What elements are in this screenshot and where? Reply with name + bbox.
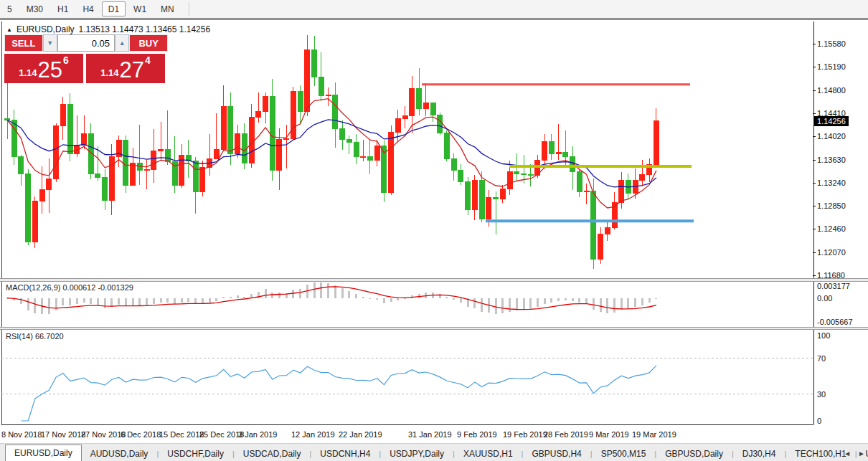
tab-scroll-left-icon[interactable]: ◄: [844, 450, 851, 457]
date-tick-label: 3 Jan 2019: [238, 430, 277, 439]
candle-body: [200, 168, 205, 192]
macd-histogram-bar: [641, 298, 643, 305]
candle-body: [123, 141, 128, 186]
chart-tab-GBPUSD-H4[interactable]: GBPUSD,H4: [523, 446, 590, 461]
chart-tab-AUDUSD-Daily[interactable]: AUDUSD,Daily: [82, 446, 157, 461]
rsi-line: [21, 366, 656, 421]
timeframe-button-W1[interactable]: W1: [127, 1, 153, 16]
buy-price-big: 27: [120, 60, 144, 81]
rsi-tick-label: 70: [817, 354, 826, 363]
candle-body: [151, 151, 156, 170]
price-tick-mark: [813, 183, 816, 184]
candle-body: [591, 191, 596, 259]
candle-body: [361, 156, 366, 157]
chart-window: ▲ EURUSD,Daily 1.13513 1.14473 1.13465 1…: [0, 18, 868, 445]
candle-body: [144, 169, 149, 171]
candle-body: [67, 104, 72, 154]
price-tick-label: 1.15190: [817, 62, 846, 71]
candle-body: [417, 89, 422, 109]
date-tick-label: 31 Jan 2019: [408, 430, 452, 439]
macd-histogram-bar: [299, 289, 301, 298]
chart-tab-EURUSD-Daily[interactable]: EURUSD,Daily: [5, 445, 82, 461]
rsi-tick-label: 100: [817, 331, 830, 340]
volume-input[interactable]: [57, 34, 115, 52]
candle-body: [472, 180, 477, 209]
price-tick-mark: [813, 206, 816, 206]
date-tick-label: 19 Mar 2019: [632, 430, 676, 439]
macd-histogram-bar: [537, 298, 539, 307]
candle-body: [340, 128, 345, 140]
candle-body: [312, 50, 317, 77]
volume-up-button[interactable]: ▲: [115, 34, 129, 52]
macd-rsi-splitter[interactable]: [0, 327, 868, 330]
sell-button[interactable]: SELL: [4, 34, 43, 52]
macd-histogram-bar: [181, 298, 183, 303]
candle-body: [326, 95, 331, 96]
chart-tab-SP500-M15[interactable]: SP500,M15: [593, 446, 655, 461]
candle-body: [193, 161, 198, 192]
tab-scroll-right-icon[interactable]: ►: [858, 450, 865, 457]
candle-body: [249, 117, 254, 163]
chart-tab-USDJPY-Daily[interactable]: USDJPY,Daily: [381, 446, 453, 461]
buy-button[interactable]: BUY: [129, 34, 168, 52]
timeframe-button-MN[interactable]: MN: [154, 1, 181, 16]
timeframe-button-H4[interactable]: H4: [76, 1, 100, 16]
current-price-badge: 1.14256: [814, 116, 849, 126]
macd-histogram-bar: [369, 298, 371, 299]
macd-histogram-bar: [76, 298, 78, 305]
timeframe-button-D1[interactable]: D1: [102, 1, 126, 16]
candle-body: [542, 141, 547, 161]
date-axis: 8 Nov 201817 Nov 201827 Nov 20186 Dec 20…: [0, 427, 868, 444]
chart-tab-USDCAD-Daily[interactable]: USDCAD,Daily: [235, 446, 310, 461]
candle-body: [522, 174, 527, 175]
candle-body: [270, 96, 275, 170]
price-tick-mark: [813, 44, 816, 44]
macd-histogram-bar: [557, 298, 560, 302]
collapse-panel-icon[interactable]: ▲: [6, 27, 12, 33]
macd-histogram-bar: [390, 298, 392, 303]
candle-body: [95, 174, 100, 178]
price-tick-mark: [813, 67, 816, 67]
timeframe-button-5[interactable]: 5: [1, 1, 19, 16]
macd-histogram-bar: [166, 298, 169, 303]
timeframe-button-M30[interactable]: M30: [20, 1, 49, 16]
sell-price-prefix: 1.14: [19, 67, 37, 78]
macd-histogram-bar: [132, 298, 134, 306]
volume-down-button[interactable]: ▼: [43, 34, 57, 52]
price-tick-label: 1.12850: [817, 201, 846, 210]
macd-histogram-bar: [125, 298, 127, 306]
candle-body: [466, 182, 471, 210]
chart-tab-USDCNH-H4[interactable]: USDCNH,H4: [311, 446, 379, 461]
macd-histogram-bar: [600, 298, 602, 312]
candle-body: [444, 133, 449, 159]
price-tick-mark: [813, 136, 816, 137]
candle-body: [354, 142, 359, 157]
date-tick-label: 9 Mar 2019: [589, 430, 629, 439]
candle-body: [389, 132, 394, 192]
macd-histogram-bar: [250, 294, 253, 298]
macd-histogram-bar: [160, 298, 162, 303]
candle-body: [374, 146, 379, 161]
price-tick-mark: [813, 113, 816, 114]
candle-body: [305, 50, 310, 112]
buy-price-sup: 4: [145, 54, 151, 66]
buy-price-prefix: 1.14: [100, 67, 118, 78]
chart-tab-DJ30-H4[interactable]: DJ30,H4: [734, 446, 785, 461]
chart-tab-GBPUSD-Daily[interactable]: GBPUSD,Daily: [656, 446, 732, 461]
candle-body: [430, 103, 435, 115]
date-tick-label: 27 Nov 2018: [81, 430, 126, 439]
macd-tick-label: -0.005667: [817, 318, 853, 326]
candle-body: [103, 178, 108, 200]
sell-price-box[interactable]: 1.14 25 6: [4, 54, 83, 83]
chart-tab-XAUUSD-H1[interactable]: XAUUSD,H1: [455, 446, 522, 461]
timeframe-button-H1[interactable]: H1: [51, 1, 75, 16]
buy-price-box[interactable]: 1.14 27 4: [86, 54, 165, 83]
candle-body: [451, 158, 456, 170]
price-tick-mark: [813, 90, 816, 91]
chart-tab-USDCHF-Daily[interactable]: USDCHF,Daily: [159, 446, 232, 461]
macd-histogram-bar: [209, 298, 211, 303]
candle-body: [228, 106, 233, 153]
macd-histogram-bar: [243, 297, 245, 298]
main-macd-splitter[interactable]: [0, 278, 868, 282]
macd-histogram-bar: [509, 298, 511, 312]
